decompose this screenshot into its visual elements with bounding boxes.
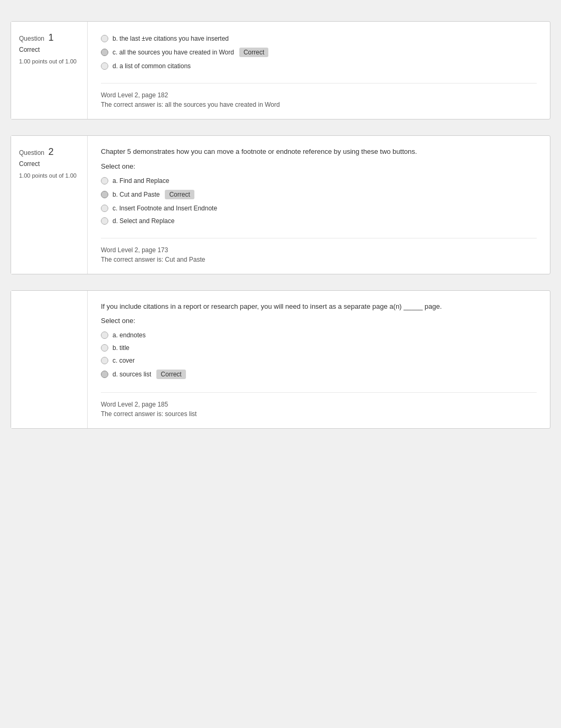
question-sidebar-1: Question 1 Correct 1.00 points out of 1.… <box>11 22 88 119</box>
option-text-b2: b. Cut and Paste <box>113 191 160 198</box>
answer-key-2: The correct answer is: Cut and Paste <box>101 256 537 263</box>
question-content-1: b. the last ±ve citations you have inser… <box>88 22 550 119</box>
correct-badge-d3: Correct <box>156 370 185 379</box>
radio-c2[interactable] <box>101 205 108 212</box>
answer-option-b3: b. title <box>101 342 537 354</box>
option-text-b1: b. the last ±ve citations you have inser… <box>113 35 229 42</box>
radio-b2[interactable] <box>101 191 108 198</box>
reference-3: Word Level 2, page 185 <box>101 401 537 408</box>
option-text-b3: b. title <box>113 344 129 352</box>
option-text-d1: d. a list of common citations <box>113 62 191 70</box>
question-sidebar-3 <box>11 291 88 429</box>
answer-option-c2: c. Insert Footnote and Insert Endnote <box>101 202 537 215</box>
question-label-2: Question 2 <box>19 146 79 158</box>
question-block-1: Question 1 Correct 1.00 points out of 1.… <box>11 21 550 119</box>
radio-b3[interactable] <box>101 344 108 352</box>
radio-c3[interactable] <box>101 357 108 364</box>
option-text-c2: c. Insert Footnote and Insert Endnote <box>113 205 217 212</box>
question-text-2: Chapter 5 demonstrates how you can move … <box>101 146 537 157</box>
answer-key-1: The correct answer is: all the sources y… <box>101 101 537 108</box>
select-one-3: Select one: <box>101 317 537 325</box>
reference-section-3: Word Level 2, page 185 The correct answe… <box>101 392 537 418</box>
question-block-2: Question 2 Correct 1.00 points out of 1.… <box>11 135 550 274</box>
answer-option-c1: c. all the sources you have created in W… <box>101 45 537 60</box>
select-one-2: Select one: <box>101 162 537 170</box>
question-text-3: If you include citations in a report or … <box>101 301 537 312</box>
radio-b1[interactable] <box>101 35 108 42</box>
question-label-1: Question 1 <box>19 32 79 43</box>
answer-option-d2: d. Select and Replace <box>101 215 537 227</box>
reference-section-1: Word Level 2, page 182 The correct answe… <box>101 83 537 108</box>
option-text-d3: d. sources list <box>113 371 151 378</box>
radio-d3[interactable] <box>101 371 108 378</box>
page-wrapper: Question 1 Correct 1.00 points out of 1.… <box>0 0 561 466</box>
option-text-a2: a. Find and Replace <box>113 177 169 185</box>
question-block-3: If you include citations in a report or … <box>11 290 550 429</box>
option-text-d2: d. Select and Replace <box>113 217 174 225</box>
reference-section-2: Word Level 2, page 173 The correct answe… <box>101 238 537 263</box>
answer-option-b1: b. the last ±ve citations you have inser… <box>101 32 537 45</box>
answer-option-a2: a. Find and Replace <box>101 174 537 187</box>
question-content-2: Chapter 5 demonstrates how you can move … <box>88 136 550 274</box>
answer-option-b2: b. Cut and Paste Correct <box>101 187 537 202</box>
question-content-3: If you include citations in a report or … <box>88 291 550 429</box>
radio-a3[interactable] <box>101 331 108 339</box>
answer-option-c3: c. cover <box>101 354 537 367</box>
answer-options-3: a. endnotes b. title c. cover d. sources… <box>101 329 537 382</box>
answer-option-a3: a. endnotes <box>101 329 537 342</box>
option-text-c3: c. cover <box>113 357 135 364</box>
answer-key-3: The correct answer is: sources list <box>101 410 537 418</box>
radio-a2[interactable] <box>101 177 108 185</box>
answer-option-d1: d. a list of common citations <box>101 60 537 72</box>
answer-options-2: a. Find and Replace b. Cut and Paste Cor… <box>101 174 537 227</box>
correct-badge-c1: Correct <box>239 48 268 57</box>
correct-badge-b2: Correct <box>165 190 194 199</box>
radio-c1[interactable] <box>101 49 108 56</box>
reference-2: Word Level 2, page 173 <box>101 246 537 254</box>
reference-1: Word Level 2, page 182 <box>101 91 537 99</box>
correct-status-1: Correct <box>19 46 79 53</box>
points-label-1: 1.00 points out of 1.00 <box>19 58 79 66</box>
points-label-2: 1.00 points out of 1.00 <box>19 172 79 180</box>
question-sidebar-2: Question 2 Correct 1.00 points out of 1.… <box>11 136 88 274</box>
answer-options-1: b. the last ±ve citations you have inser… <box>101 32 537 72</box>
answer-option-d3: d. sources list Correct <box>101 367 537 382</box>
correct-status-2: Correct <box>19 160 79 168</box>
radio-d2[interactable] <box>101 217 108 225</box>
option-text-a3: a. endnotes <box>113 331 146 339</box>
option-text-c1: c. all the sources you have created in W… <box>113 49 234 56</box>
radio-d1[interactable] <box>101 62 108 70</box>
